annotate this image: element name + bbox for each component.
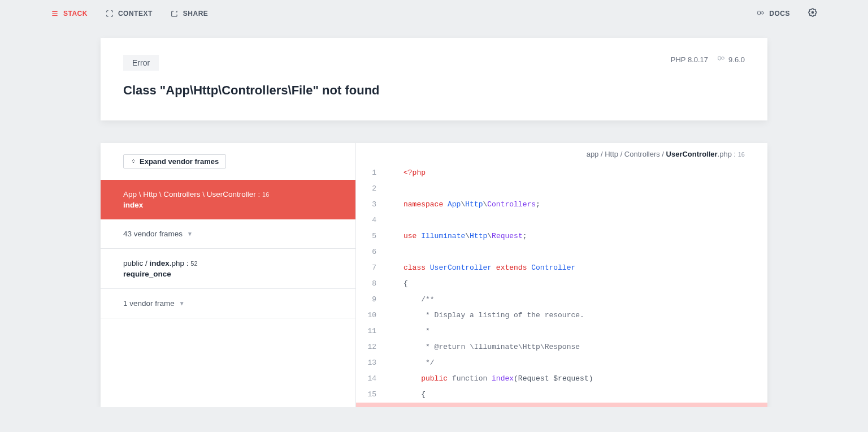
error-card: Error PHP 8.0.17 9.6.0 Class "App\Http\C… [101, 38, 767, 120]
frame-public-index[interactable]: public / index.php : 52 require_once [101, 249, 355, 289]
main-panel: Expand vendor frames App \ Http \ Contro… [101, 143, 767, 407]
frame-public-path: public / index.php : 52 [123, 259, 333, 267]
laravel-icon [757, 10, 765, 18]
nav-context[interactable]: CONTEXT [106, 10, 153, 18]
code-area: 1 2 3 4 5 6 7 8 9 10 11 12 13 14 15 [356, 165, 767, 403]
nav-right: DOCS [757, 8, 817, 19]
highlight-indicator [356, 403, 767, 407]
version-info: PHP 8.0.17 9.6.0 [671, 55, 745, 64]
code-lines: <?php namespace App\Http\Controllers; us… [388, 165, 767, 403]
php-version: PHP 8.0.17 [671, 55, 708, 64]
expand-vendor-label: Expand vendor frames [140, 157, 219, 166]
frame-active-path: App \ Http \ Controllers \ UserControlle… [123, 190, 333, 198]
expand-vendor-button[interactable]: Expand vendor frames [123, 154, 226, 169]
frame-active-method: index [123, 201, 333, 209]
code-panel: app / Http / Controllers / UserControlle… [356, 143, 767, 407]
nav-share-label: SHARE [183, 10, 209, 18]
laravel-logo-icon [717, 55, 725, 64]
frame-vendor-group-1[interactable]: 43 vendor frames ▼ [101, 219, 355, 249]
line-numbers: 1 2 3 4 5 6 7 8 9 10 11 12 13 14 15 [356, 165, 388, 403]
chevron-down-icon: ▼ [179, 300, 185, 306]
frame-active[interactable]: App \ Http \ Controllers \ UserControlle… [101, 180, 355, 219]
top-nav: STACK CONTEXT SHARE DOCS [0, 0, 868, 27]
laravel-version: 9.6.0 [728, 55, 745, 64]
laravel-version-wrap: 9.6.0 [717, 55, 745, 64]
frames-sidebar: Expand vendor frames App \ Http \ Contro… [101, 143, 356, 407]
nav-stack-label: STACK [63, 10, 88, 18]
nav-share[interactable]: SHARE [171, 10, 209, 18]
stack-icon [51, 10, 59, 18]
context-icon [106, 10, 114, 18]
nav-docs-label: DOCS [769, 10, 790, 18]
nav-context-label: CONTEXT [118, 10, 153, 18]
chevron-down-icon: ▼ [187, 231, 193, 237]
frame-public-method: require_once [123, 270, 333, 278]
nav-stack[interactable]: STACK [51, 10, 88, 18]
expand-icon [131, 157, 136, 166]
source-file-path: app / Http / Controllers / UserControlle… [356, 143, 767, 165]
frame-vendor-group-2[interactable]: 1 vendor frame ▼ [101, 289, 355, 318]
vendor-count-1: 43 vendor frames [123, 230, 183, 238]
nav-left: STACK CONTEXT SHARE [51, 10, 208, 18]
vendor-count-2: 1 vendor frame [123, 299, 175, 308]
gear-icon[interactable] [808, 8, 817, 19]
share-icon [171, 10, 179, 18]
expand-vendor-row: Expand vendor frames [101, 143, 355, 180]
error-title: Class "App\Http\Controllers\File" not fo… [123, 83, 745, 98]
error-badge: Error [123, 55, 159, 71]
nav-docs[interactable]: DOCS [757, 10, 790, 18]
